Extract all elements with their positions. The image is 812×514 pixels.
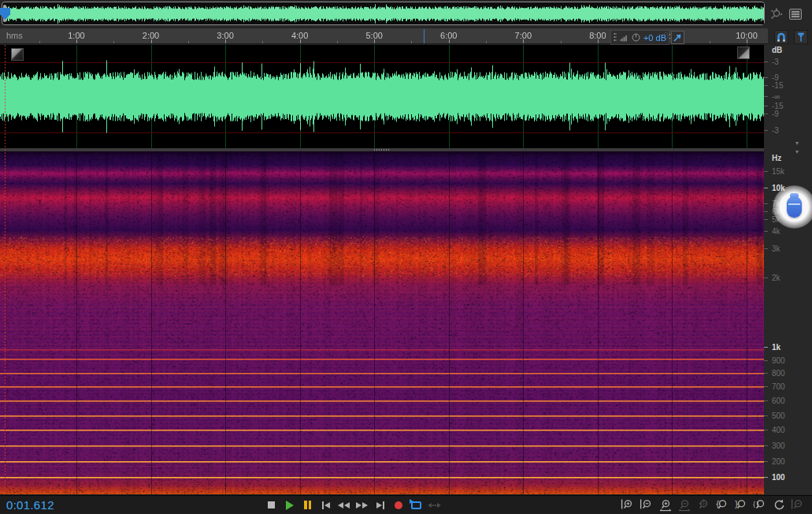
zoom-out-horizontal-button[interactable] <box>677 497 691 512</box>
db-scale-scroll-icon[interactable]: ▾ <box>795 140 799 147</box>
scale-tick-label: 1k <box>772 343 780 352</box>
scale-tick-label: -∞ <box>772 92 780 101</box>
timeline-marker <box>424 29 425 43</box>
timeline-major-tick <box>374 39 375 43</box>
scale-tick <box>764 77 768 78</box>
panel-menu-icon[interactable] <box>788 7 803 20</box>
grip-handle[interactable] <box>614 32 617 43</box>
scale-tick <box>764 61 768 62</box>
scale-tick <box>764 106 768 106</box>
scale-tick-label: 200 <box>772 457 785 466</box>
spectrogram-canvas[interactable] <box>0 151 764 494</box>
svg-text:{: { <box>715 500 720 508</box>
stop-button[interactable] <box>265 497 278 512</box>
scale-tick-label: 700 <box>772 382 785 391</box>
loop-playback-button[interactable] <box>410 497 423 512</box>
scale-tick-label: 10k <box>772 184 785 192</box>
scale-tick <box>764 360 768 361</box>
scale-tick-label: 800 <box>772 369 785 378</box>
scale-tick <box>764 231 768 232</box>
scale-column: dB -3-9-15-∞-15-9-3 ▾ Hz ▾ 15k10k7k6k5k4… <box>764 45 812 494</box>
reset-zoom-button[interactable] <box>771 497 786 512</box>
timeline-major-tick <box>76 39 77 43</box>
scale-tick <box>764 171 768 172</box>
scale-tick <box>764 461 768 462</box>
overview-waveform-canvas[interactable] <box>4 3 764 24</box>
scale-tick <box>764 445 768 446</box>
skip-to-start-button[interactable] <box>319 497 332 512</box>
timeline-major-tick <box>449 39 450 43</box>
scale-tick <box>764 203 768 204</box>
scale-tick <box>764 430 768 430</box>
waveform-panel[interactable] <box>0 45 764 148</box>
scale-tick <box>764 477 768 478</box>
zoom-out-full-button[interactable] <box>790 497 805 512</box>
zoom-out-vertical-button[interactable] <box>639 497 654 512</box>
svg-text:{}: {} <box>753 501 760 508</box>
skip-to-end-button[interactable] <box>373 497 387 512</box>
rewind-button[interactable] <box>337 497 350 512</box>
scale-tick <box>764 373 768 374</box>
timeline-major-tick <box>225 39 226 43</box>
pin-marker-icon[interactable] <box>794 30 808 44</box>
playhead-line[interactable] <box>5 45 6 494</box>
scale-tick-label: 15k <box>772 167 784 176</box>
hz-scale-scroll-icon[interactable]: ▾ <box>795 148 799 155</box>
scale-tick-label: -15 <box>772 81 783 90</box>
time-format-label[interactable]: hms <box>6 31 23 40</box>
timeline-minor-tick <box>188 41 189 43</box>
zoom-in-left-selection-button[interactable]: { <box>714 497 729 512</box>
knob-icon[interactable] <box>632 32 640 43</box>
status-bar: 0:01.612 {}{} <box>0 495 812 514</box>
timeline-minor-tick <box>486 41 487 43</box>
scale-tick-label: 600 <box>772 397 785 405</box>
scale-tick <box>764 277 768 278</box>
timeline-major-tick <box>747 39 747 43</box>
scale-tick <box>764 85 768 86</box>
skip-selection-button[interactable] <box>428 497 441 512</box>
scale-tick-label: -3 <box>772 58 779 66</box>
levels-hud[interactable]: +0 dB <box>610 30 669 45</box>
timeline-minor-tick <box>710 41 710 43</box>
scale-tick-label: 2k <box>772 274 780 282</box>
timeline-major-tick <box>151 39 152 43</box>
pointer-tool-icon[interactable] <box>671 31 684 44</box>
waveform-canvas[interactable] <box>0 45 764 148</box>
zoom-in-horizontal-button[interactable] <box>658 497 673 512</box>
magnet-icon[interactable] <box>774 30 788 44</box>
zoom-in-vertical-button[interactable] <box>620 497 635 512</box>
spectral-frequency-panel[interactable] <box>0 151 764 494</box>
overview-waveform-strip[interactable] <box>2 2 765 25</box>
zoom-in-right-selection-button[interactable]: } <box>733 497 748 512</box>
timeline-minor-tick <box>337 41 338 43</box>
navigate-zoom-icon[interactable] <box>769 7 784 20</box>
svg-text:}: } <box>734 500 739 508</box>
current-time-display[interactable]: 0:01.612 <box>6 498 54 512</box>
timeline-major-tick <box>300 39 301 43</box>
timeline-major-tick <box>523 39 524 43</box>
scale-tick <box>764 211 768 212</box>
fast-forward-button[interactable] <box>355 497 369 512</box>
display-balance-grip-right[interactable] <box>737 47 750 59</box>
scale-tick <box>764 114 768 114</box>
zoom-selection-button[interactable]: {} <box>752 497 767 512</box>
timeline-minor-tick <box>113 41 114 43</box>
zoom-to-selection-button[interactable] <box>695 497 710 512</box>
scale-tick <box>764 248 768 249</box>
record-button[interactable] <box>391 497 405 512</box>
timeline-minor-tick <box>262 41 263 43</box>
pause-button[interactable] <box>301 497 314 512</box>
splitter-grip-icon <box>373 149 391 151</box>
timeline-minor-tick <box>561 41 562 43</box>
zoom-controls: {}{} <box>620 497 805 512</box>
scale-tick-label: 3k <box>772 244 780 253</box>
timeline-minor-tick <box>39 41 40 43</box>
scale-tick-label: 400 <box>772 426 785 434</box>
timeline-major-tick <box>598 39 599 43</box>
audio-editor-window: hms 1:002:003:004:005:006:007:008:009:00… <box>0 0 812 514</box>
display-balance-grip-left[interactable] <box>11 48 24 61</box>
play-button[interactable] <box>283 497 296 512</box>
scale-tick <box>764 400 768 401</box>
transport-controls <box>265 497 441 512</box>
gain-value[interactable]: +0 dB <box>643 33 666 43</box>
